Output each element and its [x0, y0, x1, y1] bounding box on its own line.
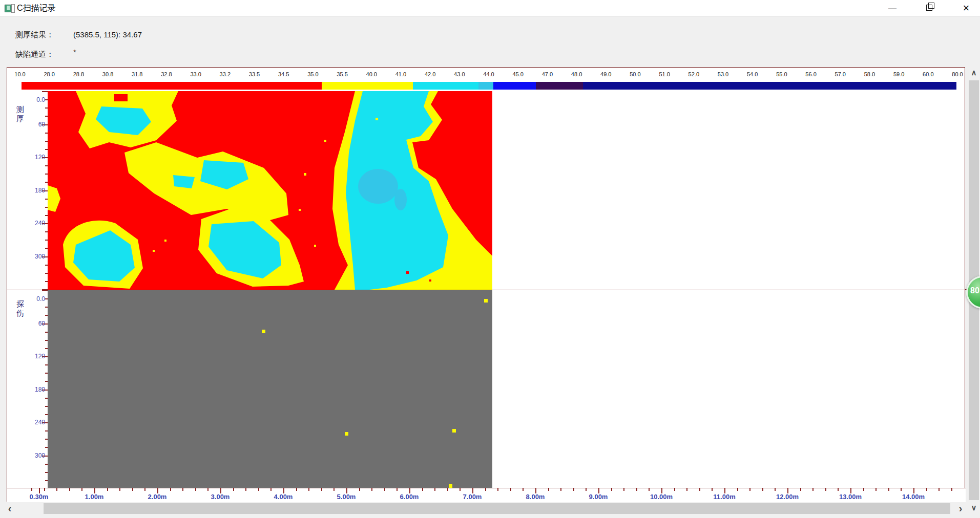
colorbar-tick-label: 30.8: [102, 71, 113, 77]
y-tick-label: 240: [23, 419, 45, 426]
colorbar-tick-label: 50.0: [630, 71, 640, 77]
colorbar-segment-purple: [536, 82, 583, 90]
colorbar-tick-label: 56.0: [805, 71, 816, 77]
colorbar-segment-cyan: [413, 82, 478, 90]
x-minor-tick: [321, 488, 322, 491]
x-minor-tick: [245, 488, 246, 491]
thickness-scan-image: [48, 91, 492, 290]
x-minor-tick: [81, 488, 82, 491]
colorbar-tick-label: 54.0: [747, 71, 758, 77]
colorbar-tick-label: 28.0: [44, 71, 54, 77]
y-tick-label: 240: [23, 220, 45, 227]
x-minor-tick: [132, 488, 133, 491]
x-minor-tick: [384, 488, 385, 491]
x-minor-tick: [623, 488, 624, 491]
x-minor-tick: [510, 488, 511, 491]
defect-point: [345, 432, 348, 436]
title-bar: C扫描记录 — ×: [0, 0, 980, 17]
y-tick-label: 0.0: [23, 295, 45, 303]
x-minor-tick: [875, 488, 877, 491]
x-minor-tick: [195, 488, 196, 491]
colorbar-tick-label: 35.0: [307, 71, 318, 77]
x-minor-tick: [775, 488, 776, 491]
x-minor-tick: [447, 488, 448, 491]
colorbar-tick-label: 57.0: [835, 71, 846, 77]
x-minor-tick: [939, 488, 940, 491]
x-minor-tick: [586, 488, 587, 491]
minimize-button[interactable]: —: [881, 0, 904, 16]
x-minor-tick: [888, 488, 889, 491]
x-minor-tick: [812, 488, 814, 491]
horizontal-scrollbar[interactable]: ‹ ›: [0, 503, 968, 514]
x-minor-tick: [69, 488, 70, 491]
colorbar-segment-navy: [583, 82, 956, 90]
scroll-up-arrow-icon[interactable]: ∧: [968, 67, 980, 78]
colorbar-strip[interactable]: [22, 82, 956, 90]
x-minor-tick: [359, 488, 360, 491]
x-minor-tick: [233, 488, 234, 491]
thickness-scan-plot[interactable]: [48, 91, 492, 290]
x-minor-tick: [838, 488, 839, 491]
colorbar-tick-label: 28.8: [73, 71, 84, 77]
flaw-scan-plot[interactable]: [48, 290, 492, 488]
scroll-down-arrow-icon[interactable]: ∨: [968, 502, 980, 513]
colorbar-tick-label: 41.0: [395, 71, 406, 77]
colorbar-tick-label: 34.5: [278, 71, 289, 77]
x-axis-label: 2.00m: [148, 493, 167, 501]
x-axis-label: 9.00m: [589, 493, 608, 501]
colorbar-tick-label: 42.0: [425, 71, 435, 77]
defect-point: [452, 429, 456, 433]
colorbar-tick-label: 47.0: [542, 71, 553, 77]
colorbar-segment-yellow: [322, 82, 413, 90]
x-axis: 0.30m1.00m2.00m3.00m4.00m5.00m6.00m7.00m…: [7, 488, 966, 502]
x-minor-tick: [825, 488, 826, 491]
colorbar-tick-label: 51.0: [659, 71, 670, 77]
colorbar-tick-label: 55.0: [776, 71, 787, 77]
colorbar-tick-label: 43.0: [454, 71, 465, 77]
x-minor-tick: [712, 488, 713, 491]
y-tick-label: 120: [23, 154, 45, 161]
x-minor-tick: [258, 488, 259, 491]
colorbar-tick-label: 58.0: [864, 71, 875, 77]
x-axis-label: 1.00m: [85, 493, 104, 501]
x-minor-tick: [308, 488, 309, 491]
x-minor-tick: [107, 488, 108, 491]
y-tick-label: 300: [23, 253, 45, 260]
x-minor-tick: [207, 488, 208, 491]
y-tick-label: 60: [23, 320, 45, 327]
x-axis-label: 4.00m: [274, 493, 293, 501]
x-minor-tick: [56, 488, 57, 491]
x-axis-label: 11.00m: [713, 493, 735, 501]
restore-icon: [926, 5, 932, 11]
x-minor-tick: [397, 488, 398, 491]
scroll-right-arrow-icon[interactable]: ›: [954, 503, 967, 514]
restore-button[interactable]: [918, 0, 942, 16]
colorbar-tick-label: 80.0: [952, 71, 963, 77]
x-minor-tick: [44, 488, 45, 491]
close-button[interactable]: ×: [954, 0, 978, 16]
x-minor-tick: [434, 488, 435, 491]
colorbar-tick-label: 33.5: [249, 71, 260, 77]
x-minor-tick: [951, 488, 952, 491]
window-title: C扫描记录: [17, 3, 56, 14]
x-axis-label: 8.00m: [526, 493, 545, 501]
x-minor-tick: [485, 488, 486, 491]
x-axis-label: 3.00m: [211, 493, 230, 501]
thickness-result-value: (5385.5, 115): 34.67: [73, 30, 142, 39]
horizontal-scrollbar-thumb[interactable]: [44, 503, 950, 514]
x-minor-tick: [800, 488, 801, 491]
x-minor-tick: [182, 488, 183, 491]
colorbar-segment-red: [22, 82, 322, 90]
x-axis-label: 7.00m: [463, 493, 482, 501]
x-minor-tick: [119, 488, 120, 491]
y-tick: [42, 91, 48, 92]
x-axis-label: 12.00m: [776, 493, 799, 501]
x-minor-tick: [674, 488, 675, 491]
x-minor-tick: [422, 488, 423, 491]
x-axis-label: 14.00m: [902, 493, 925, 501]
x-minor-tick: [460, 488, 461, 491]
scroll-left-arrow-icon[interactable]: ‹: [3, 503, 16, 514]
colorbar-tick-label: 31.8: [132, 71, 142, 77]
x-minor-tick: [560, 488, 561, 491]
x-minor-tick: [901, 488, 902, 491]
